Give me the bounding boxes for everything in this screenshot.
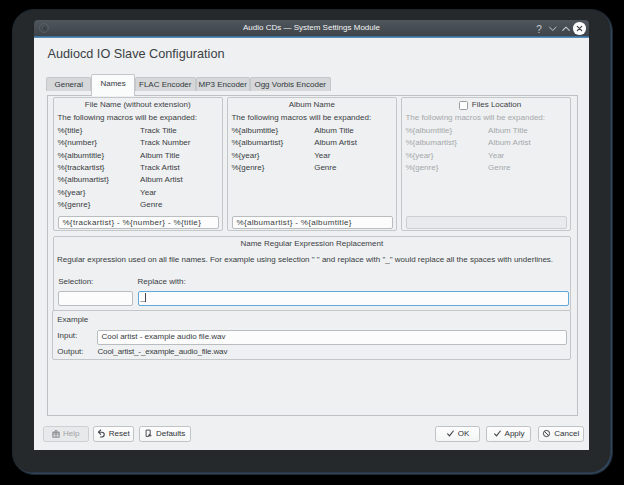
svg-text:?: ? (536, 24, 542, 35)
